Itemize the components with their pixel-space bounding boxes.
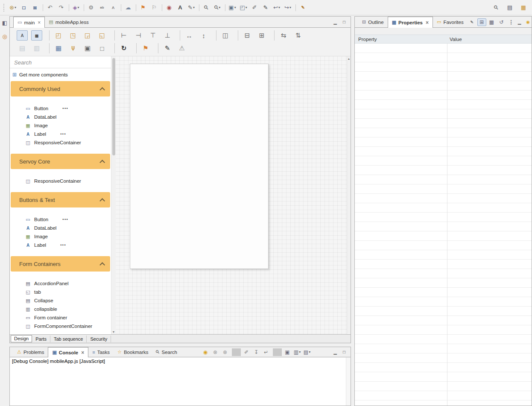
- open-console-icon[interactable]: [302, 348, 311, 356]
- fit-width-icon[interactable]: [278, 30, 289, 41]
- remove-launch-icon[interactable]: [210, 348, 219, 356]
- search-icon[interactable]: [491, 3, 501, 12]
- tab-bookmarks[interactable]: Bookmarks: [114, 347, 152, 357]
- tab-favorites[interactable]: Favorites: [433, 17, 468, 27]
- word-completion-icon[interactable]: [97, 3, 107, 12]
- tab-main[interactable]: main: [13, 17, 45, 28]
- show-categories-icon[interactable]: [477, 18, 486, 26]
- editor-area-icon[interactable]: [238, 3, 248, 12]
- close-tab-icon[interactable]: [38, 20, 41, 26]
- next-flag-icon[interactable]: [138, 3, 148, 12]
- maximize-icon[interactable]: [341, 20, 347, 24]
- debug-tool-icon[interactable]: [71, 3, 81, 12]
- palette-item-button[interactable]: Button: [10, 215, 111, 224]
- palette-item-collapse[interactable]: Collapse: [10, 296, 111, 305]
- redo-icon[interactable]: [56, 3, 66, 12]
- palette-scrollbar[interactable]: [111, 56, 116, 334]
- terminate-icon[interactable]: [201, 348, 210, 356]
- section-buttons-text[interactable]: Buttons & Text: [11, 192, 110, 207]
- perspective-icon[interactable]: [518, 3, 529, 12]
- scrollbar-thumb[interactable]: [112, 58, 115, 155]
- new-window-icon[interactable]: [227, 3, 237, 12]
- scroll-lock-icon[interactable]: [251, 348, 260, 356]
- section-servoy-core[interactable]: Servoy Core: [11, 154, 110, 169]
- bring-to-front-icon[interactable]: [82, 30, 93, 41]
- format-brush-icon[interactable]: [186, 3, 196, 12]
- scroll-down-arrow-icon[interactable]: [111, 330, 116, 333]
- tab-problems[interactable]: Problems: [13, 347, 48, 357]
- more-options-icon[interactable]: [60, 132, 66, 136]
- view-menu-icon[interactable]: [507, 18, 516, 26]
- tab-security[interactable]: Security: [87, 336, 111, 342]
- more-options-icon[interactable]: [60, 243, 66, 247]
- save-icon[interactable]: [19, 3, 29, 12]
- minimize-icon[interactable]: [332, 350, 338, 354]
- hierarchy-view-icon[interactable]: [67, 43, 79, 53]
- distribute-horizontal-icon[interactable]: [184, 30, 195, 41]
- center-icon[interactable]: [220, 30, 231, 41]
- clear-console-icon[interactable]: [242, 348, 251, 356]
- palette-view-icon[interactable]: [1, 32, 9, 40]
- palette-item-formcomponentcontainer[interactable]: FormComponentContainer: [10, 322, 111, 330]
- ungroup-icon[interactable]: [96, 43, 108, 53]
- palette-item-datalabel[interactable]: DataLabel: [10, 224, 111, 232]
- pin-view-icon[interactable]: [468, 18, 476, 26]
- remove-all-launches-icon[interactable]: [220, 348, 229, 356]
- restore-defaults-icon[interactable]: [497, 18, 506, 26]
- save-all-icon[interactable]: [30, 3, 40, 12]
- zoom-in-icon[interactable]: [201, 3, 211, 12]
- show-warnings-icon[interactable]: [176, 43, 187, 53]
- section-commonly-used[interactable]: Commonly Used: [11, 81, 110, 96]
- new-wizard-icon[interactable]: [8, 3, 18, 12]
- tab-design[interactable]: Design: [11, 335, 32, 342]
- annotate-pen-icon[interactable]: [260, 3, 271, 12]
- canvas-scrollbar[interactable]: [347, 56, 351, 334]
- back-icon[interactable]: [272, 3, 282, 12]
- palette-item-button[interactable]: Button: [10, 104, 111, 113]
- restore-view-icon[interactable]: [1, 19, 9, 26]
- palette-item-label[interactable]: Label: [10, 241, 111, 249]
- prev-flag-icon[interactable]: [149, 3, 159, 12]
- table-view-icon[interactable]: [53, 43, 64, 53]
- zoom-tool-icon[interactable]: [212, 3, 222, 12]
- palette-item-responsivecontainer[interactable]: ResponsiveContainer: [10, 138, 111, 147]
- tab-tab-sequence[interactable]: Tab sequence: [50, 336, 87, 342]
- group-icon[interactable]: [82, 43, 93, 53]
- color-palette-icon[interactable]: [164, 3, 174, 12]
- palette-item-responsivecontainer[interactable]: ResponsiveContainer: [10, 177, 111, 185]
- palette-item-tab[interactable]: tab: [10, 288, 111, 296]
- distribute-vertical-icon[interactable]: [198, 30, 209, 41]
- design-canvas[interactable]: [116, 56, 347, 334]
- close-tab-icon[interactable]: [81, 350, 84, 356]
- palette-item-accordionpanel[interactable]: AccordionPanel: [10, 279, 111, 288]
- align-bottom-icon[interactable]: [162, 30, 173, 41]
- palette-search-input[interactable]: [10, 57, 111, 68]
- align-left-icon[interactable]: [118, 30, 129, 41]
- bring-forward-icon[interactable]: [53, 30, 64, 41]
- cloud-upload-icon[interactable]: [123, 3, 133, 12]
- launch-icon[interactable]: [298, 3, 308, 12]
- same-height-icon[interactable]: [256, 30, 267, 41]
- console-output[interactable]: [Debug Console] mobileApp.js [JavaScript…: [10, 357, 351, 406]
- palette-item-image[interactable]: Image: [10, 121, 111, 130]
- add-flag-icon[interactable]: [140, 43, 151, 53]
- external-tools-icon[interactable]: [86, 3, 96, 12]
- tab-search[interactable]: Search: [152, 347, 181, 357]
- close-tab-icon[interactable]: [426, 20, 429, 26]
- palette-item-form-container[interactable]: Form container: [10, 313, 111, 322]
- place-label-icon[interactable]: [17, 30, 28, 41]
- minimize-icon[interactable]: [517, 20, 523, 24]
- fit-height-icon[interactable]: [292, 30, 304, 41]
- forward-icon[interactable]: [283, 3, 293, 12]
- palette-item-image[interactable]: Image: [10, 232, 111, 241]
- quick-access-icon[interactable]: [505, 3, 515, 12]
- annotation-icon[interactable]: [108, 3, 118, 12]
- word-wrap-icon[interactable]: [261, 348, 270, 356]
- maximize-icon[interactable]: [341, 350, 347, 354]
- show-advanced-icon[interactable]: [487, 18, 496, 26]
- tab-properties[interactable]: Properties: [388, 17, 433, 28]
- clipped-view-icon[interactable]: [525, 20, 531, 24]
- tab-mobileapp-less[interactable]: mobileApp.less: [45, 17, 92, 27]
- section-form-containers[interactable]: Form Containers: [11, 256, 110, 272]
- select-mode-icon[interactable]: [31, 30, 42, 41]
